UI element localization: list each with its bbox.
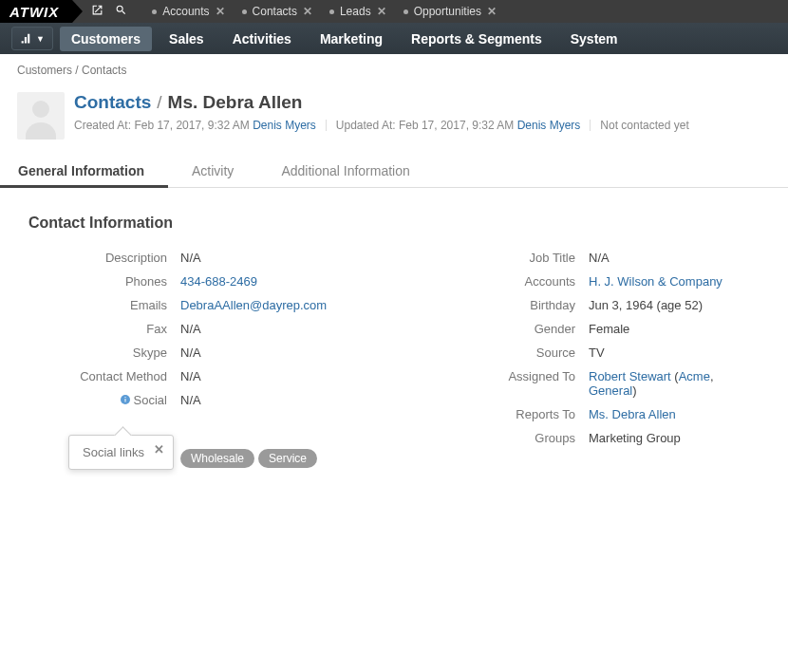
brand-logo[interactable]: ATWIX: [0, 0, 72, 23]
page-title: Contacts / Ms. Debra Allen: [74, 92, 689, 113]
nav-activities[interactable]: Activities: [218, 23, 306, 54]
pin-leads[interactable]: Leads✕: [322, 1, 394, 22]
label-fax: Fax: [28, 322, 180, 336]
updated-by-link[interactable]: Denis Myers: [517, 119, 581, 132]
nav-customers[interactable]: Customers: [60, 27, 152, 51]
label-emails: Emails: [28, 298, 180, 312]
label-job-title: Job Title: [399, 251, 589, 265]
value-groups: Marketing Group: [589, 431, 760, 445]
label-birthday: Birthday: [399, 298, 589, 312]
record-meta: Created At: Feb 17, 2017, 9:32 AM Denis …: [74, 119, 689, 132]
created-by-link[interactable]: Denis Myers: [253, 119, 316, 132]
svg-rect-2: [124, 397, 125, 398]
close-icon[interactable]: ✕: [216, 5, 225, 18]
breadcrumb-root[interactable]: Customers: [17, 64, 72, 77]
label-source: Source: [399, 345, 589, 360]
close-icon[interactable]: ✕: [487, 5, 497, 18]
pin-opportunities[interactable]: Opportunities✕: [396, 1, 504, 22]
value-reports-to[interactable]: Ms. Debra Allen: [589, 407, 676, 421]
assigned-org2-link[interactable]: General: [589, 383, 632, 398]
label-contact-method: Contact Method: [28, 369, 180, 383]
value-fax: N/A: [180, 322, 399, 336]
close-icon[interactable]: ✕: [303, 5, 312, 18]
chevron-down-icon: ▼: [36, 34, 45, 44]
topbar-actions: [91, 4, 127, 19]
pin-accounts[interactable]: Accounts✕: [144, 1, 232, 22]
social-tooltip: Social links ✕: [68, 435, 174, 470]
breadcrumb: Customers / Contacts: [0, 54, 788, 86]
value-gender: Female: [589, 322, 760, 336]
record-name: Ms. Debra Allen: [168, 92, 303, 113]
value-accounts[interactable]: H. J. Wilson & Company: [589, 274, 722, 289]
value-skype: N/A: [180, 345, 399, 360]
label-reports-to: Reports To: [399, 407, 589, 421]
value-description: N/A: [180, 251, 399, 265]
nav-marketing[interactable]: Marketing: [306, 23, 397, 54]
contact-status: Not contacted yet: [600, 119, 688, 132]
dashboard-menu-button[interactable]: ▼: [11, 27, 53, 50]
value-assigned-to: Robert Stewart (Acme, General): [589, 369, 760, 398]
value-source: TV: [589, 345, 760, 360]
label-description: Description: [28, 251, 180, 265]
entity-link[interactable]: Contacts: [74, 92, 151, 113]
topbar: ATWIX Accounts✕ Contacts✕ Leads✕ Opportu…: [0, 0, 788, 23]
nav-sales[interactable]: Sales: [155, 23, 218, 54]
label-skype: Skype: [28, 345, 180, 360]
share-icon[interactable]: [91, 4, 103, 19]
record-header: Contacts / Ms. Debra Allen Created At: F…: [0, 86, 788, 155]
label-groups: Groups: [399, 431, 589, 445]
search-icon[interactable]: [115, 4, 127, 19]
value-social: N/A: [180, 393, 399, 407]
label-gender: Gender: [399, 322, 589, 336]
section-title: Contact Information: [28, 215, 760, 232]
tag-service[interactable]: Service: [258, 449, 317, 468]
tab-additional-information[interactable]: Additional Information: [257, 155, 433, 187]
tooltip-text: Social links: [83, 445, 144, 459]
value-emails[interactable]: DebraAAllen@dayrep.com: [180, 298, 327, 312]
svg-rect-1: [124, 399, 125, 402]
pinned-tabs: Accounts✕ Contacts✕ Leads✕ Opportunities…: [144, 1, 504, 22]
value-phones[interactable]: 434-688-2469: [180, 274, 257, 289]
tab-activity[interactable]: Activity: [168, 155, 257, 187]
field-group-right: Job Title N/A Accounts H. J. Wilson & Co…: [399, 251, 760, 468]
tabs: General Information Activity Additional …: [0, 155, 788, 188]
assigned-user-link[interactable]: Robert Stewart: [589, 369, 671, 383]
main-nav: ▼ Customers Sales Activities Marketing R…: [0, 23, 788, 54]
value-job-title: N/A: [589, 251, 760, 265]
close-icon[interactable]: ✕: [377, 5, 386, 18]
label-assigned-to: Assigned To: [399, 369, 589, 398]
avatar-placeholder-icon: [17, 92, 65, 140]
info-icon[interactable]: [120, 394, 131, 405]
label-social: Social: [28, 393, 180, 407]
pin-contacts[interactable]: Contacts✕: [235, 1, 320, 22]
label-phones: Phones: [28, 274, 180, 289]
label-accounts: Accounts: [399, 274, 589, 289]
value-contact-method: N/A: [180, 369, 399, 383]
breadcrumb-current: Contacts: [82, 64, 126, 77]
value-birthday: Jun 3, 1964 (age 52): [589, 298, 760, 312]
close-icon[interactable]: ✕: [154, 442, 164, 457]
tag-wholesale[interactable]: Wholesale: [180, 449, 254, 468]
assigned-org1-link[interactable]: Acme: [679, 369, 710, 383]
nav-system[interactable]: System: [556, 23, 632, 54]
nav-reports[interactable]: Reports & Segments: [397, 23, 556, 54]
tags: Wholesale Service: [180, 449, 399, 468]
tab-general-information[interactable]: General Information: [0, 155, 168, 188]
